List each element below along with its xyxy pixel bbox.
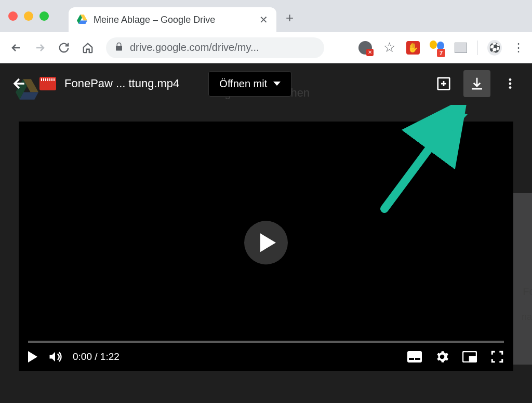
video-file-icon [39,77,56,90]
preview-file-name: FonePaw ... ttung.mp4 [64,77,179,90]
volume-button[interactable] [48,350,62,364]
extension-badge: 7 [437,49,445,57]
video-controls: 0:00 / 1:22 [19,343,513,371]
url-text: drive.google.com/drive/my... [130,42,259,53]
browser-menu-button[interactable]: ⋮ [511,41,526,55]
address-bar[interactable]: drive.google.com/drive/my... [106,37,324,58]
extension-area: ✕ ☆ ✋ 7 ⚽ ⋮ [358,41,526,55]
window-controls [8,11,49,21]
browser-tab-strip: Meine Ablage – Google Drive ✕ + [0,0,532,32]
nav-forward-button[interactable] [30,38,50,58]
window-close-button[interactable] [8,11,18,21]
window-minimize-button[interactable] [24,11,33,21]
profile-avatar[interactable]: ⚽ [487,41,502,55]
bg-side-text2: nabe [522,312,532,323]
play-button[interactable] [28,351,37,362]
adblock-extension-icon[interactable]: ✋ [406,41,420,55]
preview-back-button[interactable] [8,72,31,95]
add-to-drive-button[interactable] [430,70,457,97]
tab-title: Meine Ablage – Google Drive [94,15,253,25]
download-button[interactable] [463,70,490,97]
captions-button[interactable] [407,351,422,362]
caret-down-icon [273,82,281,86]
fullscreen-button[interactable] [490,350,504,364]
browser-toolbar: drive.google.com/drive/my... ✕ ☆ ✋ 7 ⚽ ⋮ [0,32,532,63]
bg-side-panel [511,193,532,365]
open-with-button[interactable]: Öffnen mit [208,71,291,97]
settings-button[interactable] [435,350,449,364]
tab-close-icon[interactable]: ✕ [259,14,268,26]
svg-rect-14 [470,357,475,361]
image-extension-icon[interactable] [454,41,468,55]
cookie-extension-icon[interactable]: ✕ [358,41,373,55]
svg-rect-11 [409,358,414,360]
play-overlay-button[interactable] [244,221,288,264]
browser-tab[interactable]: Meine Ablage – Google Drive ✕ [69,7,276,32]
miniplayer-button[interactable] [462,351,477,362]
window-maximize-button[interactable] [39,11,49,21]
nav-home-button[interactable] [78,38,98,58]
drive-favicon [77,15,87,25]
svg-rect-10 [407,351,422,362]
more-actions-button[interactable] [497,70,524,97]
svg-point-8 [509,83,512,85]
play-icon [260,233,276,252]
new-tab-button[interactable]: + [286,10,294,26]
file-preview-overlay: ogle Drive suchen Foi nabe FonePaw ... t… [0,63,532,403]
nav-back-button[interactable] [6,38,26,58]
nav-reload-button[interactable] [54,38,74,58]
open-with-label: Öffnen mit [219,78,267,90]
bg-side-text1: Foi [523,286,532,298]
video-player[interactable]: 0:00 / 1:22 [19,122,513,371]
toolbar-divider [477,41,478,55]
lock-icon [114,42,124,53]
svg-point-7 [509,78,512,81]
svg-point-9 [509,86,512,89]
video-time: 0:00 / 1:22 [73,351,119,362]
balloons-extension-icon[interactable]: 7 [430,41,444,55]
svg-rect-12 [415,358,420,360]
preview-toolbar: FonePaw ... ttung.mp4 Öffnen mit [0,63,532,104]
bookmark-star-icon[interactable]: ☆ [382,41,396,55]
